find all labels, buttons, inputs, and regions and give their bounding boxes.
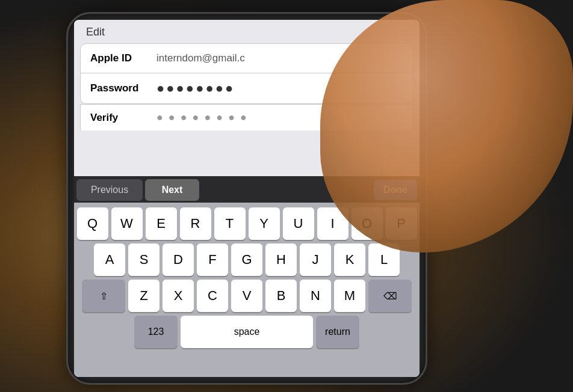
key-c[interactable]: C [197, 280, 228, 312]
keyboard-row-3: ⇧ Z X C V B N M ⌫ [76, 280, 417, 312]
key-e[interactable]: E [146, 207, 177, 240]
key-h[interactable]: H [265, 243, 297, 276]
keyboard-row-4: 123 space return [76, 316, 417, 348]
key-return[interactable]: return [316, 316, 359, 348]
key-y[interactable]: Y [249, 207, 280, 240]
next-button[interactable]: Next [145, 179, 199, 201]
key-r[interactable]: R [180, 207, 211, 240]
key-t[interactable]: T [214, 207, 246, 240]
apple-id-label: Apple ID [90, 52, 156, 64]
previous-button[interactable]: Previous [76, 179, 143, 201]
key-numbers[interactable]: 123 [134, 316, 178, 348]
key-z[interactable]: Z [128, 280, 160, 312]
password-label: Password [90, 82, 156, 94]
key-x[interactable]: X [163, 280, 194, 312]
key-w[interactable]: W [111, 207, 143, 240]
key-j[interactable]: J [300, 243, 331, 276]
key-n[interactable]: N [300, 280, 331, 312]
key-a[interactable]: A [94, 243, 125, 276]
key-m[interactable]: M [334, 280, 365, 312]
key-backspace[interactable]: ⌫ [368, 280, 412, 312]
keyboard-row-2: A S D F G H J K L [76, 243, 417, 276]
key-space[interactable]: space [181, 316, 313, 348]
verify-label: Verify [90, 112, 156, 124]
key-shift[interactable]: ⇧ [82, 280, 125, 312]
key-g[interactable]: G [231, 243, 262, 276]
key-q[interactable]: Q [77, 207, 108, 240]
key-v[interactable]: V [231, 280, 262, 312]
key-f[interactable]: F [197, 243, 228, 276]
key-d[interactable]: D [163, 243, 194, 276]
key-u[interactable]: U [283, 207, 314, 240]
key-k[interactable]: K [334, 243, 365, 276]
key-b[interactable]: B [265, 280, 297, 312]
key-s[interactable]: S [128, 243, 160, 276]
